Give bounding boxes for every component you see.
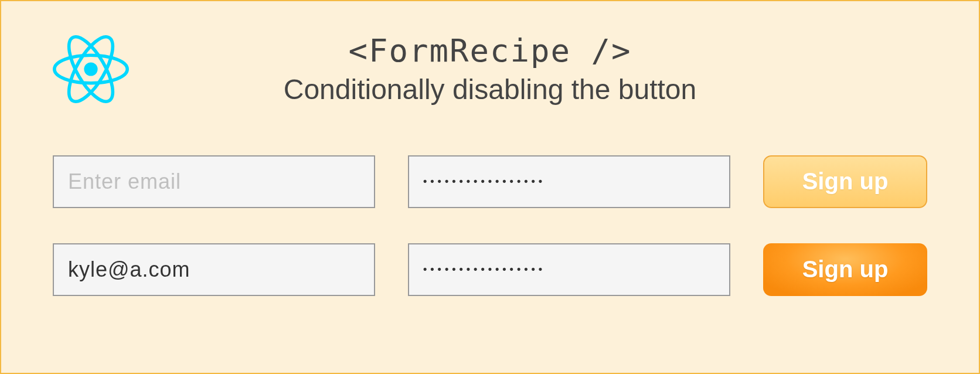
main-card: <FormRecipe /> Conditionally disabling t…: [0, 0, 980, 374]
email-input-filled[interactable]: [53, 243, 375, 296]
title-block: <FormRecipe /> Conditionally disabling t…: [53, 30, 927, 108]
form-row-disabled: Sign up: [53, 155, 927, 208]
page-title: <FormRecipe />: [53, 30, 927, 72]
password-input-2[interactable]: [408, 243, 730, 296]
form-row-enabled: Sign up: [53, 243, 927, 296]
header: <FormRecipe /> Conditionally disabling t…: [53, 30, 927, 108]
email-input-empty[interactable]: [53, 155, 375, 208]
page-subtitle: Conditionally disabling the button: [53, 72, 927, 108]
signup-button-enabled[interactable]: Sign up: [763, 243, 927, 296]
signup-button-disabled[interactable]: Sign up: [763, 155, 927, 208]
password-input-1[interactable]: [408, 155, 730, 208]
